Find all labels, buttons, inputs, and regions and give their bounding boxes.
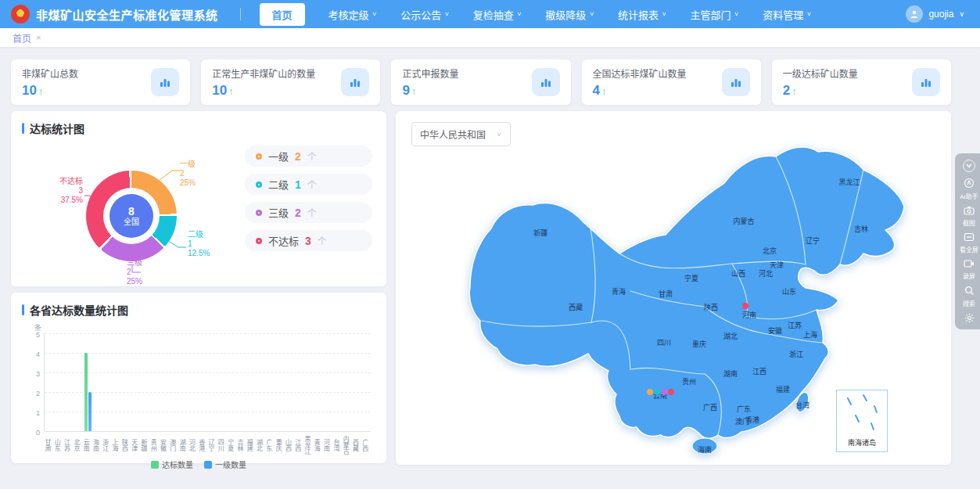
province-label-山东[interactable]: 山东 [782, 286, 796, 297]
bar-slot-河南[interactable] [323, 333, 332, 431]
nav-item-1[interactable]: 考核定级∨ [328, 7, 378, 22]
legend-entry-达标数量[interactable]: 达标数量 [151, 458, 193, 470]
map-marker-dot-3[interactable] [661, 389, 667, 395]
province-label-新疆[interactable]: 新疆 [533, 228, 547, 238]
tool-search[interactable]: 搜索 [963, 286, 975, 307]
province-label-陕西[interactable]: 陕西 [704, 302, 718, 312]
bar-一级数量[interactable] [88, 392, 92, 431]
bar-slot-海南[interactable] [92, 333, 102, 431]
province-label-辽宁[interactable]: 辽宁 [806, 236, 820, 246]
bar-slot-黑龙江[interactable] [303, 333, 313, 431]
province-label-江苏[interactable]: 江苏 [788, 320, 802, 330]
nav-item-2[interactable]: 公示公告∨ [400, 7, 450, 22]
province-label-湖南[interactable]: 湖南 [723, 369, 738, 379]
province-label-江西[interactable]: 江西 [752, 366, 766, 376]
province-label-四川[interactable]: 四川 [657, 337, 671, 347]
bar-达标数量[interactable] [84, 353, 88, 431]
legend-entry-一级数量[interactable]: 一级数量 [204, 458, 246, 470]
province-label-澳门[interactable]: 澳门 [735, 416, 749, 426]
province-label-浙江[interactable]: 浙江 [789, 349, 803, 359]
province-label-广西[interactable]: 广西 [703, 402, 717, 412]
nav-item-7[interactable]: 资料管理∨ [763, 7, 812, 22]
bar-slot-山东[interactable] [54, 333, 63, 431]
province-label-湖北[interactable]: 湖北 [723, 331, 738, 341]
tool-ai-assistant[interactable]: AI助手 [960, 178, 978, 200]
bar-slot-云南[interactable] [83, 333, 92, 431]
province-label-河南[interactable]: 河南 [742, 310, 756, 320]
bar-slot-广东[interactable] [265, 333, 275, 431]
bar-slot-陕西[interactable] [121, 333, 131, 431]
province-label-福建[interactable]: 福建 [776, 384, 790, 394]
bar-slot-天津[interactable] [131, 333, 140, 431]
nav-item-0[interactable]: 首页 [260, 3, 305, 26]
bar-slot-湖南[interactable] [179, 333, 188, 431]
bar-slot-甘肃[interactable] [45, 333, 54, 431]
nav-item-3[interactable]: 复检抽查∨ [473, 7, 522, 22]
legend-item-0[interactable]: 一级 2 个 [245, 146, 372, 167]
bar-slot-青海[interactable] [313, 333, 322, 431]
donut-ring[interactable]: 8 全国 [86, 171, 177, 261]
bar-slot-内蒙古[interactable] [342, 333, 351, 431]
tool-screenshot[interactable]: 截图 [963, 206, 975, 227]
donut-chart[interactable]: 8 全国 一级225% 二级112.5% 三级225% [22, 139, 245, 285]
province-label-内蒙古[interactable]: 内蒙古 [733, 216, 754, 226]
nav-item-6[interactable]: 主管部门∨ [691, 7, 740, 22]
bar-slot-湖北[interactable] [256, 333, 265, 431]
map-marker-dot-0[interactable] [742, 303, 748, 309]
bar-slot-四川[interactable] [217, 333, 227, 431]
bar-slot-江西[interactable] [294, 333, 303, 431]
map-marker-dot-2[interactable] [654, 389, 660, 395]
province-label-甘肃[interactable]: 甘肃 [659, 289, 673, 299]
province-label-台湾[interactable]: 台湾 [795, 400, 809, 410]
tool-gear[interactable] [964, 313, 975, 325]
bar-slot-江苏[interactable] [64, 333, 74, 431]
provinces-bar-chart[interactable]: 条 0 1 2 3 4 5 甘肃山东江苏北京云南海南浙江上海陕西天津新疆贵州安徽… [22, 324, 375, 457]
bar-slot-香港[interactable] [198, 333, 207, 431]
bar-slot-辽宁[interactable] [208, 333, 217, 431]
bar-slot-贵州[interactable] [150, 333, 160, 431]
province-label-西藏[interactable]: 西藏 [569, 302, 583, 312]
bar-slot-吉林[interactable] [236, 333, 246, 431]
user-menu[interactable]: guojia ∨ [906, 5, 964, 23]
breadcrumb-tab-home[interactable]: 首页 × [13, 31, 41, 45]
map-marker-dot-4[interactable] [668, 389, 674, 395]
province-label-海南[interactable]: 海南 [698, 444, 712, 455]
bar-slot-北京[interactable] [74, 333, 83, 431]
bar-slot-浙江[interactable] [102, 333, 112, 431]
bar-slot-宁夏[interactable] [227, 333, 236, 431]
map-marker-dot-1[interactable] [647, 389, 653, 395]
province-label-青海[interactable]: 青海 [612, 286, 626, 297]
province-label-安徽[interactable]: 安徽 [768, 325, 782, 336]
region-select[interactable]: 中华人民共和国 ∨ [411, 122, 511, 146]
bar-slot-重庆[interactable] [275, 333, 284, 431]
legend-item-2[interactable]: 三级 2 个 [245, 202, 372, 223]
bar-slot-上海[interactable] [112, 333, 121, 431]
province-label-贵州[interactable]: 贵州 [682, 376, 696, 387]
bar-slot-河北[interactable] [188, 333, 198, 431]
nav-item-5[interactable]: 统计报表∨ [618, 7, 667, 22]
province-label-宁夏[interactable]: 宁夏 [684, 273, 698, 283]
province-label-广东[interactable]: 广东 [737, 404, 751, 414]
bar-slot-台湾[interactable] [332, 333, 342, 431]
bar-slot-山西[interactable] [285, 333, 294, 431]
legend-item-1[interactable]: 二级 1 个 [245, 174, 372, 195]
province-label-山西[interactable]: 山西 [731, 268, 745, 279]
province-label-重庆[interactable]: 重庆 [692, 339, 706, 349]
bar-chart-legend[interactable]: 达标数量一级数量 [22, 458, 375, 470]
legend-item-3[interactable]: 不达标 3 个 [245, 230, 372, 251]
bar-slot-新疆[interactable] [141, 333, 150, 431]
tool-chevron-down[interactable] [963, 160, 975, 172]
province-label-北京[interactable]: 北京 [763, 246, 777, 256]
province-label-吉林[interactable]: 吉林 [854, 224, 868, 234]
bar-slot-澳门[interactable] [169, 333, 178, 431]
bar-slot-安徽[interactable] [160, 333, 169, 431]
close-icon[interactable]: × [36, 33, 41, 42]
tool-fullscreen[interactable]: 看全屏 [960, 232, 978, 253]
bar-slot-福建[interactable] [246, 333, 256, 431]
province-label-上海[interactable]: 上海 [803, 329, 817, 340]
bar-slot-广西[interactable] [361, 333, 371, 431]
province-label-河北[interactable]: 河北 [759, 268, 773, 279]
nav-item-4[interactable]: 撤级降级∨ [545, 7, 594, 22]
province-label-黑龙江[interactable]: 黑龙江 [838, 177, 860, 187]
tool-record[interactable]: 录屏 [963, 259, 975, 280]
